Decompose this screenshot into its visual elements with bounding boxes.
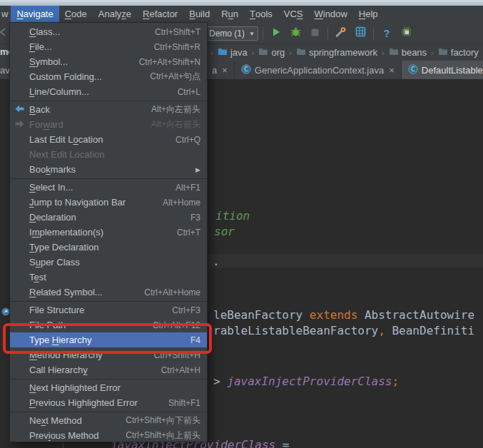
help-button[interactable]: ? bbox=[380, 27, 393, 40]
menu-item-previous-method[interactable]: Previous MethodCtrl+Shift+向上箭头 bbox=[10, 428, 207, 443]
menu-item-method-hierarchy[interactable]: Method HierarchyCtrl+Shift+H bbox=[10, 347, 207, 362]
menu-item-line-column[interactable]: Line/Column...Ctrl+L bbox=[10, 84, 207, 99]
code-line: > javaxInjectProviderClass; bbox=[213, 375, 399, 388]
close-tab-icon[interactable]: × bbox=[222, 65, 228, 76]
menu-item-back[interactable]: BackAlt+向左箭头 bbox=[10, 102, 207, 117]
menu-item-super-class[interactable]: Super Class bbox=[10, 255, 207, 270]
breadcrumb-chevron-icon: › bbox=[208, 49, 216, 57]
breadcrumb-item-springframework[interactable]: springframework bbox=[295, 47, 379, 58]
code-token: AbstractAutowire bbox=[357, 308, 474, 322]
menu-item-shortcut: Alt+向右箭头 bbox=[141, 118, 200, 131]
code-token: javaxInjectProviderClass bbox=[227, 375, 392, 388]
menu-item-shortcut: Ctrl+Shift+T bbox=[145, 27, 200, 37]
breadcrumb-item-beans[interactable]: beans bbox=[387, 47, 428, 58]
menu-item-next-method[interactable]: Next MethodCtrl+Shift+向下箭头 bbox=[10, 413, 207, 428]
coverage-grid-button[interactable] bbox=[354, 27, 367, 40]
menubar-item-vcs[interactable]: VCS bbox=[278, 6, 309, 22]
menu-item-bookmarks[interactable]: Bookmarks▶ bbox=[10, 162, 207, 177]
menubar-item-run[interactable]: Run bbox=[215, 6, 244, 22]
folder-icon bbox=[389, 47, 399, 58]
menu-item-label: Type Hierarchy bbox=[29, 335, 91, 345]
debug-button[interactable] bbox=[289, 27, 302, 40]
navigate-menu-popup: Class...Ctrl+Shift+TFile...Ctrl+Shift+RS… bbox=[9, 22, 208, 442]
menubar-item-w[interactable]: w bbox=[0, 6, 11, 22]
menubar-item-tools[interactable]: Tools bbox=[244, 6, 278, 22]
main-menubar: wNavigateCodeAnalyzeRefactorBuildRunTool… bbox=[0, 6, 483, 22]
menu-item-file-path[interactable]: File PathCtrl+Alt+F12 bbox=[10, 317, 207, 332]
toolbar-separator bbox=[373, 27, 374, 40]
menu-item-previous-highlighted-error[interactable]: Previous Highlighted ErrorShift+F1 bbox=[10, 395, 207, 410]
code-token: , bbox=[378, 324, 385, 337]
menu-item-next-edit-location[interactable]: Next Edit Location bbox=[10, 147, 207, 162]
code-token: sor bbox=[214, 225, 235, 238]
breadcrumb-chevron-icon: › bbox=[428, 49, 437, 57]
run-icon bbox=[271, 27, 281, 40]
folder-icon bbox=[218, 47, 228, 58]
menubar-item-code[interactable]: Code bbox=[59, 6, 93, 22]
run-configuration-select[interactable]: Demo (1) ▼ bbox=[204, 26, 258, 41]
menu-item-jump-to-navigation-bar[interactable]: Jump to Navigation BarAlt+Home bbox=[10, 195, 207, 210]
menu-item-shortcut: Shift+F1 bbox=[158, 398, 200, 408]
menu-item-next-highlighted-error[interactable]: Next Highlighted Error bbox=[10, 380, 207, 395]
code-token: = bbox=[275, 438, 289, 448]
menu-item-type-hierarchy[interactable]: Type HierarchyF4 bbox=[10, 332, 207, 347]
plugin-chip-button[interactable] bbox=[400, 27, 412, 40]
menu-item-label: Symbol... bbox=[29, 56, 68, 67]
menu-item-select-in[interactable]: Select In...Alt+F1 bbox=[10, 180, 207, 195]
menu-item-label: File Structure bbox=[29, 305, 84, 315]
menu-item-related-symbol[interactable]: Related Symbol...Ctrl+Alt+Home bbox=[10, 285, 207, 300]
menu-item-file[interactable]: File...Ctrl+Shift+R bbox=[10, 39, 207, 54]
menu-item-test[interactable]: Test bbox=[10, 270, 207, 285]
menu-item-file-structure[interactable]: File StructureCtrl+F3 bbox=[10, 302, 207, 317]
menu-item-shortcut: F4 bbox=[181, 335, 200, 345]
breadcrumb-item-org[interactable]: org bbox=[257, 47, 286, 58]
window-titlebar bbox=[0, 0, 483, 6]
editor-tab-defaultlistableb[interactable]: CDefaultListableB bbox=[402, 61, 483, 79]
menu-item-label: Next Highlighted Error bbox=[29, 382, 121, 393]
breadcrumb-label: org bbox=[271, 47, 285, 58]
editor-tab-a[interactable]: a× bbox=[205, 61, 235, 79]
menu-item-declaration[interactable]: DeclarationF3 bbox=[10, 210, 207, 225]
toolbar-separator bbox=[327, 27, 328, 40]
menu-item-type-declaration[interactable]: Type Declaration bbox=[10, 240, 207, 255]
run-button[interactable] bbox=[270, 27, 283, 40]
folder-icon bbox=[258, 47, 268, 58]
breadcrumb-item-java[interactable]: java bbox=[216, 47, 249, 58]
menu-item-last-edit-location[interactable]: Last Edit LocationCtrl+Q bbox=[10, 132, 207, 147]
menu-item-label: Jump to Navigation Bar bbox=[29, 197, 126, 208]
menu-item-shortcut: Ctrl+Shift+向上箭头 bbox=[116, 429, 200, 442]
code-line: sor bbox=[214, 225, 235, 238]
menubar-item-build[interactable]: Build bbox=[183, 6, 215, 22]
breadcrumb-chevron-icon: › bbox=[379, 49, 387, 57]
menu-item-call-hierarchy[interactable]: Call HierarchyCtrl+Alt+H bbox=[10, 362, 207, 377]
menu-item-label: File Path bbox=[29, 320, 66, 330]
breadcrumb-item-factory[interactable]: factory bbox=[437, 47, 480, 58]
code-token: ition bbox=[215, 209, 250, 223]
menubar-item-analyze[interactable]: Analyze bbox=[93, 6, 137, 22]
menubar-item-help[interactable]: Help bbox=[353, 6, 384, 22]
menu-item-implementation-s[interactable]: Implementation(s)Ctrl+T bbox=[10, 225, 207, 240]
code-line: . bbox=[213, 255, 220, 268]
help-icon: ? bbox=[384, 27, 390, 40]
menu-item-custom-folding[interactable]: Custom Folding...Ctrl+Alt+句点 bbox=[10, 69, 207, 84]
class-icon: C bbox=[408, 64, 418, 76]
menu-item-label: Related Symbol... bbox=[29, 287, 103, 297]
menu-item-shortcut: Ctrl+Shift+R bbox=[144, 42, 200, 52]
menubar-item-window[interactable]: Window bbox=[309, 6, 353, 22]
back-fragment-icon[interactable] bbox=[0, 27, 8, 39]
menu-item-class[interactable]: Class...Ctrl+Shift+T bbox=[10, 24, 207, 39]
settings-wrench-button[interactable] bbox=[335, 27, 347, 40]
editor-tab-genericapplicationcontext-java[interactable]: CGenericApplicationContext.java× bbox=[235, 61, 402, 79]
menu-item-symbol[interactable]: Symbol...Ctrl+Alt+Shift+N bbox=[10, 54, 207, 69]
ide-window: wNavigateCodeAnalyzeRefactorBuildRunTool… bbox=[0, 0, 483, 448]
menu-item-label: Bookmarks bbox=[29, 164, 76, 175]
stop-button[interactable] bbox=[308, 27, 321, 40]
close-tab-icon[interactable]: × bbox=[389, 65, 395, 76]
menubar-item-navigate[interactable]: Navigate bbox=[11, 6, 59, 22]
menu-item-label: Next Method bbox=[29, 415, 82, 426]
menu-item-shortcut: Ctrl+Shift+向下箭头 bbox=[116, 414, 200, 427]
menu-item-forward[interactable]: ForwardAlt+向右箭头 bbox=[10, 117, 207, 132]
menubar-item-refactor[interactable]: Refactor bbox=[137, 6, 183, 22]
current-line-highlight bbox=[208, 254, 483, 268]
menu-item-shortcut: Ctrl+Shift+H bbox=[144, 350, 200, 360]
